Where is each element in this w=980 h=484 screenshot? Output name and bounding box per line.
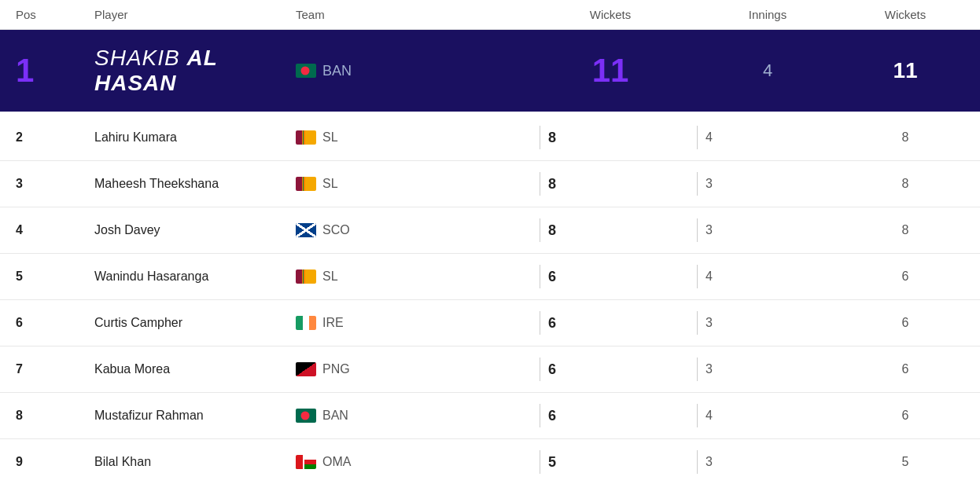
row-wickets: 6 [548,269,556,285]
row-wickets-group: 6 [532,358,689,381]
row-player: Kabua Morea [94,362,296,376]
row-team-code: IRE [322,316,344,330]
row-team: SL [296,130,532,145]
row-wickets2: 6 [846,362,964,376]
row-wickets: 6 [548,315,556,332]
first-wickets2: 11 [846,58,964,83]
flag-sco [296,223,316,237]
row-wickets2: 8 [846,223,964,237]
divider [697,311,698,335]
row-team-code: OMA [322,455,351,469]
divider [697,358,698,381]
row-wickets2: 8 [846,177,964,191]
header-wickets2: Wickets [846,8,964,21]
flag-sl [296,177,316,191]
row-team: SL [296,270,532,284]
row-wickets: 8 [548,176,556,192]
row-team: PNG [296,362,532,376]
row-team-code: SL [322,177,338,191]
table-row: 4 Josh Davey SCO 8 3 8 [0,207,980,254]
row-pos: 2 [16,130,94,145]
row-innings: 3 [706,223,713,237]
row-player: Bilal Khan [94,455,296,469]
row-wickets2: 5 [846,455,964,469]
row-pos: 6 [16,316,94,330]
row-team-code: SL [322,270,338,284]
row-wickets: 5 [548,454,556,471]
row-wickets-group: 8 [532,218,689,242]
ban-flag-large [296,64,316,78]
table-header: Pos Player Team Wickets Innings Wickets [0,0,980,30]
divider [540,126,540,149]
row-wickets2: 8 [846,130,964,145]
divider [697,126,698,149]
first-name-italic: SHAKIB [94,46,186,70]
row-innings-group: 3 [689,358,846,381]
row-innings: 3 [706,362,713,376]
row-player: Mustafizur Rahman [94,409,296,423]
row-team: BAN [296,409,532,423]
row-innings-group: 3 [689,311,846,335]
row-team-code: PNG [322,362,350,376]
row-innings-group: 3 [689,450,846,474]
row-innings-group: 4 [689,265,846,288]
row-innings: 3 [706,316,713,330]
row-pos: 8 [16,409,94,423]
row-pos: 7 [16,362,94,376]
first-team: BAN [296,63,532,79]
row-pos: 5 [16,270,94,284]
row-wickets: 6 [548,361,556,378]
flag-sl [296,130,316,145]
row-team: IRE [296,316,532,330]
header-team: Team [296,8,532,21]
divider [697,404,698,427]
row-innings: 4 [706,130,713,145]
divider [540,358,540,381]
row-innings-group: 3 [689,218,846,242]
row-wickets-group: 6 [532,265,689,288]
row-innings: 3 [706,455,713,469]
flag-ire [296,316,316,330]
divider [697,172,698,196]
row-innings-group: 3 [689,172,846,196]
divider [540,404,540,427]
divider [540,311,540,335]
row-team-code: BAN [322,409,348,423]
first-team-code: BAN [322,63,352,79]
row-team-code: SCO [322,223,350,237]
first-player-name: SHAKIB AL HASAN [94,46,296,96]
row-pos: 4 [16,223,94,237]
divider [540,172,540,196]
row-wickets2: 6 [846,270,964,284]
row-innings-group: 4 [689,404,846,427]
table-row: 2 Lahiru Kumara SL 8 4 8 [0,115,980,161]
divider [697,265,698,288]
table-row: 8 Mustafizur Rahman BAN 6 4 6 [0,393,980,439]
table-row: 5 Wanindu Hasaranga SL 6 4 6 [0,254,980,300]
row-team: SCO [296,223,532,237]
table-row: 6 Curtis Campher IRE 6 3 6 [0,300,980,346]
table-row: 7 Kabua Morea PNG 6 3 6 [0,346,980,393]
first-wickets: 11 [532,52,689,90]
row-wickets2: 6 [846,409,964,423]
first-innings: 4 [689,60,846,81]
row-team: OMA [296,455,532,469]
table-row: 9 Bilal Khan OMA 5 3 5 [0,439,980,484]
table-row: 3 Maheesh Theekshana SL 8 3 8 [0,161,980,207]
divider [697,450,698,474]
flag-sl [296,270,316,284]
row-wickets2: 6 [846,316,964,330]
leaderboard-table: Pos Player Team Wickets Innings Wickets … [0,0,980,484]
row-wickets-group: 6 [532,311,689,335]
row-player: Maheesh Theekshana [94,177,296,191]
row-team: SL [296,177,532,191]
flag-ban [296,409,316,423]
divider [540,265,540,288]
divider [540,218,540,242]
row-innings: 4 [706,409,713,423]
row-player: Lahiru Kumara [94,130,296,145]
row-wickets-group: 5 [532,450,689,474]
row-wickets-group: 6 [532,404,689,427]
rows-container: 2 Lahiru Kumara SL 8 4 8 3 Maheesh Theek… [0,115,980,484]
row-player: Wanindu Hasaranga [94,270,296,284]
